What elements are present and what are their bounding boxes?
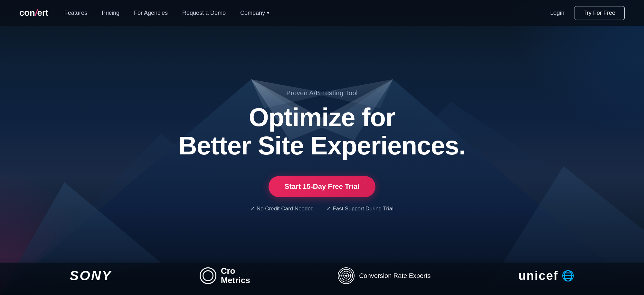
unicef-text: unicef <box>518 269 558 283</box>
hero-subtitle: Proven A/B Testing Tool <box>286 89 358 97</box>
hero-content: Proven A/B Testing Tool Optimize for Bet… <box>0 0 644 295</box>
nav-item-demo[interactable]: Request a Demo <box>182 10 226 16</box>
hero-feature-2-text: ✓ Fast Support During Trial <box>327 205 393 212</box>
nav-item-features[interactable]: Features <box>64 10 87 16</box>
nav-link-company[interactable]: Company ▾ <box>240 10 269 16</box>
nav-link-demo[interactable]: Request a Demo <box>182 10 226 16</box>
nav-link-features[interactable]: Features <box>64 10 87 16</box>
hero-title-line2: Better Site Experiences. <box>178 131 466 160</box>
nav-right: Login Try For Free <box>550 6 625 20</box>
nav-left: con/ert Features Pricing For Agencies Re… <box>19 8 269 18</box>
nav-item-agencies[interactable]: For Agencies <box>134 10 168 16</box>
nav-links: Features Pricing For Agencies Request a … <box>64 10 269 16</box>
hero-feature-2: ✓ Fast Support During Trial <box>327 205 393 212</box>
cre-icon <box>338 267 355 284</box>
cre-icon-svg <box>339 269 353 283</box>
nav-link-pricing[interactable]: Pricing <box>102 10 119 16</box>
logo-sony: SONY <box>70 268 112 283</box>
logo-text: con/ert <box>19 8 48 18</box>
logo-cre: Conversion Rate Experts <box>338 267 431 284</box>
hero-title-line1: Optimize for <box>249 103 395 132</box>
chevron-down-icon: ▾ <box>267 10 269 15</box>
try-free-button[interactable]: Try For Free <box>574 6 625 20</box>
navbar: con/ert Features Pricing For Agencies Re… <box>0 0 644 26</box>
sony-text: SONY <box>70 268 112 283</box>
logo[interactable]: con/ert <box>19 8 48 18</box>
crometrics-text: Cro Metrics <box>221 266 250 285</box>
nav-item-pricing[interactable]: Pricing <box>102 10 119 16</box>
cre-label: Conversion Rate Experts <box>359 272 431 280</box>
unicef-globe-icon: 🌐 <box>562 270 574 282</box>
crometrics-line2: Metrics <box>221 276 250 285</box>
crometrics-icon <box>200 267 216 284</box>
nav-link-agencies[interactable]: For Agencies <box>134 10 168 16</box>
hero-feature-1-text: ✓ No Credit Card Needed <box>251 205 314 212</box>
logo-slash: / <box>35 8 37 18</box>
logos-bar: SONY Cro Metrics Conversion <box>0 256 644 295</box>
cta-button[interactable]: Start 15-Day Free Trial <box>269 176 375 197</box>
nav-item-company[interactable]: Company ▾ <box>240 10 269 16</box>
login-link[interactable]: Login <box>550 10 564 16</box>
hero-feature-1: ✓ No Credit Card Needed <box>251 205 314 212</box>
hero-background: con/ert Features Pricing For Agencies Re… <box>0 0 644 295</box>
nav-link-company-label: Company <box>240 10 265 16</box>
hero-features: ✓ No Credit Card Needed ✓ Fast Support D… <box>251 205 393 212</box>
logo-crometrics: Cro Metrics <box>200 266 250 285</box>
crometrics-line1: Cro <box>221 266 250 276</box>
logo-unicef: unicef 🌐 <box>518 269 574 283</box>
hero-title: Optimize for Better Site Experiences. <box>178 103 466 160</box>
